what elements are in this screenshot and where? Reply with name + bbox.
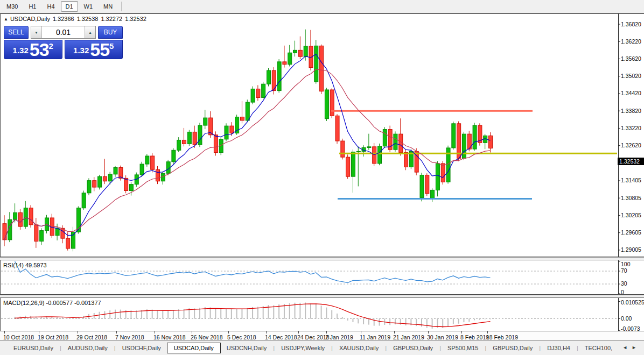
date-tick [394,331,395,333]
candle [473,125,477,149]
date-label: 11 Jan 2019 [360,334,390,340]
candle [124,178,128,190]
date-tick [361,331,361,333]
candle [314,46,318,82]
chart-tab-usdcad-daily[interactable]: USDCAD,Daily [167,343,221,353]
timeframe-button-w1[interactable]: W1 [79,1,98,12]
buy-button[interactable]: BUY [98,26,123,39]
candle [34,225,38,242]
sell-price-pip: 2 [49,42,53,50]
candle [140,164,144,175]
candle [29,208,33,225]
candle [489,136,493,148]
candle [183,140,186,144]
chart-symbol-label: USDCAD,Daily [10,16,50,22]
candle [356,151,360,152]
rsi-label: RSI(14) 49.5973 [3,262,47,268]
price-tick-label: 1.36820 [621,21,641,27]
candle [24,208,27,226]
price-axis: 1.368201.362201.356201.350201.344201.338… [618,21,641,253]
date-tick [298,331,299,333]
date-label: 21 Jan 2019 [393,334,424,340]
chart-tab-sp500-m15[interactable]: SP500,M15 [442,343,484,353]
volume-increase-button[interactable]: ▲ [85,26,95,38]
candle [304,46,307,56]
tab-scroll-arrows[interactable]: ◄► [622,345,641,350]
chart-tab-gbpusd-daily[interactable]: GBPUSD,Daily [487,343,538,353]
date-label: 2 Jan 2019 [325,334,353,340]
date-label: 19 Oct 2018 [38,334,68,340]
candle [420,175,424,197]
candles-layer [3,30,493,252]
rsi-panel[interactable]: 10070300RSI(14) 49.5973 [0,260,644,295]
candle [230,126,234,133]
candle [18,212,22,226]
price-tick-label: 1.30805 [621,195,641,201]
candle [346,157,350,176]
collapse-triangle-icon[interactable]: ▲ [4,17,8,22]
chart-tab-tech100[interactable]: TECH100, [579,343,618,353]
chart-tab-xauusd-daily[interactable]: XAUUSD,Daily [333,343,384,353]
candle [151,156,155,169]
date-label: 30 Jan 2019 [427,334,458,340]
chart-tab-dj30-h4[interactable]: DJ30,H4 [541,343,576,353]
candle [161,173,165,181]
chart-tabs-bar: EURUSD,Daily|AUDUSD,Daily|USDCHF,DailyUS… [0,340,644,355]
candle [108,174,112,181]
volume-decrease-button[interactable]: ▼ [31,26,42,38]
date-tick [39,331,39,333]
chart-tab-eurusd-daily[interactable]: EURUSD,Daily [8,343,59,353]
candle [156,169,159,181]
timeframe-toolbar: M30H1H4D1W1MN [0,0,644,13]
candle [145,156,149,164]
buy-price-display[interactable]: 1.32555 [65,40,123,59]
candle [436,164,439,190]
candle [367,147,371,148]
candle [198,125,202,145]
timeframe-button-h1[interactable]: H1 [24,1,41,12]
one-click-trading-panel: SELL ▼ 0.01 ▲ BUY 1.32532 1.32555 [4,26,123,59]
candle [378,146,382,164]
chart-tab-gbpusd-daily[interactable]: GBPUSD,Daily [387,343,439,353]
price-tick-label: 1.31405 [621,177,641,183]
candle [341,141,345,157]
sell-price-display[interactable]: 1.32532 [4,40,62,59]
chart-tab-usdchf-daily[interactable]: USDCHF,Daily [116,343,167,353]
candle [87,181,91,193]
date-tick [155,331,155,333]
rsi-axis-label: 0 [621,289,624,295]
chart-tab-usdcnh-daily[interactable]: USDCNH,Daily [221,343,273,353]
rsi-axis-label: 30 [621,280,627,287]
buy-price-big-digits: 55 [90,41,109,58]
candle [373,147,376,164]
sell-price-prefix: 1.32 [13,44,29,58]
price-tick-label: 1.35620 [621,55,641,62]
candle [82,193,86,208]
candle [98,176,102,187]
macd-axis-label: 0.010525 [621,299,644,306]
candle [425,175,429,193]
timeframe-button-h4[interactable]: H4 [42,1,59,12]
candle [214,135,218,153]
macd-panel[interactable]: 0.0105250.00-0.0073MACD(12,26,9) -0.0005… [0,298,644,331]
timeframe-button-mn[interactable]: MN [99,1,117,12]
candle [462,134,466,158]
date-label: 16 Nov 2018 [153,334,186,340]
date-tick [461,331,462,333]
volume-value-field[interactable]: 0.01 [42,26,85,38]
timeframe-button-m30[interactable]: M30 [2,1,23,12]
chart-tab-usdjpy-weekly[interactable]: USDJPY,Weekly [275,343,331,353]
timeframe-button-d1[interactable]: D1 [61,1,78,12]
price-tick-label: 1.32620 [621,142,641,148]
date-tick [428,331,429,333]
sell-button[interactable]: SELL [4,26,29,39]
candle [277,62,281,91]
candle [40,231,44,242]
candle [193,132,197,145]
sell-price-big-digits: 53 [30,41,49,58]
chart-tab-audusd-daily[interactable]: AUDUSD,Daily [62,343,114,353]
date-tick [487,331,488,333]
date-label: 5 Dec 2018 [227,334,256,340]
candle [119,168,123,179]
candle [441,164,445,182]
